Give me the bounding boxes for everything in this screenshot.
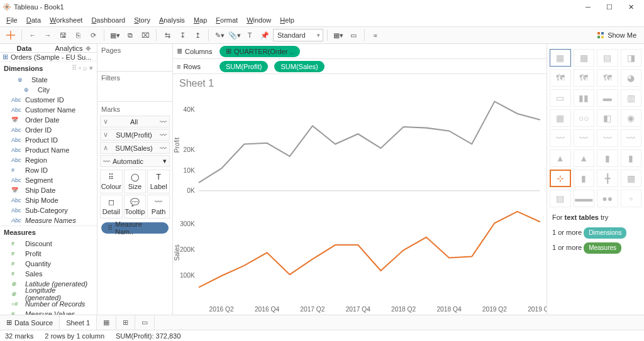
back-button[interactable]: ← (26, 28, 40, 42)
save-button[interactable]: 🖫 (56, 28, 70, 42)
maximize-button[interactable]: ☐ (599, 0, 620, 14)
showme-viz-13[interactable]: ○○ (574, 109, 595, 127)
rows-pill-profit[interactable]: SUM(Profit) (219, 61, 268, 72)
field-product-id[interactable]: AbcProduct ID (0, 135, 97, 145)
showme-viz-29[interactable]: ▬▬ (574, 190, 595, 207)
share-button[interactable]: ∝ (369, 28, 382, 42)
showme-viz-19[interactable]: 〰 (621, 129, 642, 147)
field-city[interactable]: ⊕City (0, 85, 97, 95)
columns-shelf[interactable]: ≣Columns ⊞QUARTER(Order .. (173, 44, 547, 59)
pin-button[interactable]: 📌 (258, 28, 272, 42)
showme-viz-15[interactable]: ◉ (621, 109, 642, 127)
new-dashboard-button[interactable]: ⊞ (116, 315, 135, 330)
field-product-name[interactable]: AbcProduct Name (0, 145, 97, 155)
marks-tooltip[interactable]: 💬Tooltip (124, 195, 147, 219)
menu-analysis[interactable]: Analysis (155, 15, 189, 25)
new-story-button[interactable]: ▭ (135, 315, 155, 330)
chart-area[interactable]: 0K10K20K40KProfit100K200K300KSales2016 Q… (173, 93, 547, 315)
marks-all[interactable]: ∨All〰 (100, 116, 170, 127)
field-order-id[interactable]: AbcOrder ID (0, 125, 97, 135)
menu-file[interactable]: File (3, 15, 21, 25)
duplicate-button[interactable]: ⧉ (123, 28, 137, 42)
showme-viz-8[interactable]: ▭ (550, 89, 571, 107)
marks-path[interactable]: 〰Path (147, 195, 170, 219)
showme-viz-21[interactable]: ▲ (574, 149, 595, 167)
showme-viz-14[interactable]: ◧ (597, 109, 618, 127)
menu-dashboard[interactable]: Dashboard (87, 15, 129, 25)
menu-format[interactable]: Format (212, 15, 242, 25)
highlight-button[interactable]: ✎▾ (213, 28, 226, 42)
field-ship-mode[interactable]: AbcShip Mode (0, 195, 97, 205)
showme-viz-30[interactable]: ●● (597, 190, 618, 207)
showme-viz-28[interactable]: ▤ (550, 190, 571, 207)
field-customer-id[interactable]: AbcCustomer ID (0, 95, 97, 105)
field-number-of-records[interactable]: =#Number of Records (0, 299, 97, 309)
sort-desc-button[interactable]: ↥ (191, 28, 204, 42)
showme-viz-20[interactable]: ▲ (550, 149, 571, 167)
showme-viz-9[interactable]: ▮▮ (574, 89, 595, 107)
presentation-button[interactable]: ▭ (347, 28, 360, 42)
field-longitude-generated-[interactable]: ⊕Longitude (generated) (0, 289, 97, 299)
marks-profit[interactable]: ∨SUM(Profit)〰 (100, 129, 170, 141)
showme-viz-3[interactable]: ◨ (621, 49, 642, 67)
datasource-row[interactable]: ⊞ Orders (Sample - EU Su... (0, 53, 97, 62)
field-order-date[interactable]: 📅Order Date (0, 115, 97, 125)
show-me-toggle[interactable]: Show Me (593, 30, 640, 41)
new-sheet-button[interactable]: ▦ (97, 315, 116, 330)
close-button[interactable]: ✕ (620, 0, 641, 14)
measure-names-pill[interactable]: ⠿Measure Nam.. (101, 222, 169, 234)
showme-viz-10[interactable]: ▬ (597, 89, 618, 107)
showme-viz-7[interactable]: ◕ (621, 69, 642, 87)
sheet1-tab[interactable]: Sheet 1 (60, 315, 97, 330)
marks-sales[interactable]: ∧SUM(Sales)〰 (100, 142, 170, 154)
new-datasource-button[interactable]: ⎘ (71, 28, 85, 42)
menu-story[interactable]: Story (130, 15, 154, 25)
showme-viz-1[interactable]: ▩ (574, 49, 595, 67)
field-region[interactable]: AbcRegion (0, 155, 97, 165)
field-quantity[interactable]: #Quantity (0, 259, 97, 269)
menu-window[interactable]: Window (243, 15, 275, 25)
showme-viz-0[interactable]: ▦ (550, 49, 571, 67)
showme-viz-26[interactable]: ╋ (597, 170, 618, 187)
marks-colour[interactable]: ⠿Colour (100, 170, 123, 193)
marks-size[interactable]: ◯Size (124, 170, 147, 193)
showme-viz-16[interactable]: 〰 (550, 129, 571, 147)
marks-label[interactable]: TLabel (147, 170, 170, 193)
tableau-icon[interactable] (4, 28, 18, 42)
fit-select[interactable]: Standard (273, 29, 323, 41)
field-profit[interactable]: #Profit (0, 249, 97, 259)
data-tab[interactable]: Data (0, 44, 48, 52)
forward-button[interactable]: → (41, 28, 55, 42)
refresh-button[interactable]: ⟳ (86, 28, 100, 42)
showme-viz-31[interactable]: ▫ (621, 190, 642, 207)
showme-viz-24[interactable]: ⊹ (550, 170, 571, 187)
showme-viz-23[interactable]: ▮ (621, 149, 642, 167)
showme-viz-2[interactable]: ▤ (597, 49, 618, 67)
sort-asc-button[interactable]: ↧ (175, 28, 189, 42)
analytics-tab[interactable]: Analytics ◆ (48, 44, 97, 52)
showme-viz-4[interactable]: 🗺 (550, 69, 571, 87)
group-button[interactable]: 📎▾ (228, 28, 242, 42)
showme-viz-18[interactable]: 〰 (597, 129, 618, 147)
rows-pill-sales[interactable]: SUM(Sales) (274, 61, 324, 72)
field-customer-name[interactable]: AbcCustomer Name (0, 105, 97, 115)
showme-viz-11[interactable]: ▥ (621, 89, 642, 107)
filters-shelf[interactable]: Filters (97, 72, 172, 102)
field-ship-date[interactable]: 📅Ship Date (0, 185, 97, 195)
swap-button[interactable]: ⇆ (160, 28, 174, 42)
show-cards-button[interactable]: ▦▾ (331, 28, 345, 42)
data-source-tab[interactable]: ⊞Data Source (0, 315, 60, 330)
new-worksheet-button[interactable]: ▦▾ (108, 28, 122, 42)
showme-viz-12[interactable]: ▦ (550, 109, 571, 127)
menu-data[interactable]: Data (23, 15, 45, 25)
field-row-id[interactable]: #Row ID (0, 165, 97, 175)
menu-help[interactable]: Help (276, 15, 298, 25)
labels-button[interactable]: T (243, 28, 257, 42)
field-discount[interactable]: #Discount (0, 239, 97, 249)
pages-shelf[interactable]: Pages (97, 44, 172, 72)
columns-pill-quarter[interactable]: ⊞QUARTER(Order .. (219, 46, 300, 57)
minimize-button[interactable]: ─ (577, 0, 599, 14)
field-segment[interactable]: AbcSegment (0, 175, 97, 185)
field-measure-names[interactable]: AbcMeasure Names (0, 215, 97, 225)
marks-detail[interactable]: ◻Detail (100, 195, 123, 219)
